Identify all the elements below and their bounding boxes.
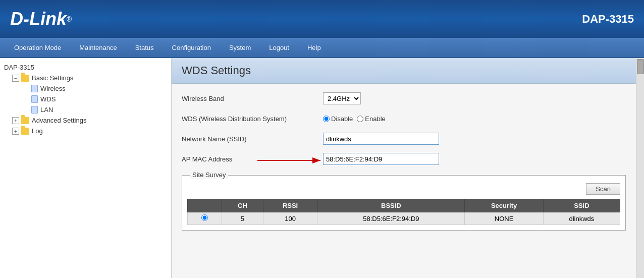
- scan-btn-row: Scan: [187, 183, 620, 195]
- wds-control: Disable Enable: [323, 115, 386, 123]
- wds-disable-text: Disable: [331, 115, 353, 123]
- content-body: Wireless Band 2.4GHz 5GHz WDS (Wireless …: [172, 84, 636, 238]
- ssid-input[interactable]: [323, 133, 439, 145]
- table-body: 5 100 58:D5:6E:F2:94:D9 NONE dlinkwds: [188, 212, 620, 225]
- nav-maintenance[interactable]: Maintenance: [70, 38, 126, 57]
- scan-button[interactable]: Scan: [586, 183, 620, 195]
- sidebar-item-wds[interactable]: WDS: [0, 94, 171, 104]
- mac-input[interactable]: [323, 153, 439, 165]
- scrollbar[interactable]: [636, 58, 644, 278]
- table-cell-ch: 5: [222, 212, 263, 225]
- wireless-band-row: Wireless Band 2.4GHz 5GHz: [182, 91, 626, 105]
- sidebar-item-advanced-settings[interactable]: + Advanced Settings: [0, 115, 171, 126]
- expand-basic-icon[interactable]: −: [12, 75, 19, 82]
- header: D-Link® DAP-3315: [0, 0, 644, 38]
- ssid-row: Network Name (SSID): [182, 132, 626, 146]
- table-select-radio[interactable]: [201, 214, 208, 221]
- wds-enable-text: Enable: [365, 115, 385, 123]
- sidebar-wireless-label: Wireless: [40, 85, 66, 92]
- table-col-security: Security: [465, 199, 543, 212]
- expand-log-icon[interactable]: +: [12, 128, 19, 135]
- nav-logout[interactable]: Logout: [260, 38, 298, 57]
- sidebar-item-lan[interactable]: LAN: [0, 104, 171, 115]
- site-survey-box: Site Survey Scan CH RSSI BSSID: [182, 175, 626, 231]
- site-survey-legend: Site Survey: [190, 171, 228, 179]
- table-head: CH RSSI BSSID Security SSID: [188, 199, 620, 212]
- wds-row: WDS (Wireless Distribution System) Disab…: [182, 112, 626, 126]
- mac-row: AP MAC Address: [182, 152, 626, 166]
- model-name: DAP-3315: [582, 13, 634, 26]
- table-cell-security: NONE: [465, 212, 543, 225]
- nav-system[interactable]: System: [220, 38, 260, 57]
- scrollbar-thumb[interactable]: [637, 59, 644, 74]
- sidebar: DAP-3315 − Basic Settings Wireless WDS L…: [0, 58, 172, 278]
- wds-enable-radio[interactable]: [357, 116, 363, 122]
- page-wds-icon: [31, 95, 38, 103]
- content-area: WDS Settings Wireless Band 2.4GHz 5GHz W…: [172, 58, 636, 278]
- sidebar-device[interactable]: DAP-3315: [0, 62, 171, 73]
- table-col-bssid: BSSID: [317, 199, 465, 212]
- site-survey-inner: Scan CH RSSI BSSID Security SSID: [182, 176, 625, 230]
- main-layout: DAP-3315 − Basic Settings Wireless WDS L…: [0, 58, 644, 278]
- table-cell-rssi: 100: [263, 212, 317, 225]
- mac-control: [323, 153, 439, 165]
- nav-configuration[interactable]: Configuration: [163, 38, 220, 57]
- sidebar-basic-settings-label: Basic Settings: [32, 74, 73, 82]
- folder-basic-icon: [21, 75, 29, 82]
- table-col-rssi: RSSI: [263, 199, 317, 212]
- folder-advanced-icon: [21, 117, 29, 124]
- logo-registered: ®: [67, 15, 72, 23]
- table-row: 5 100 58:D5:6E:F2:94:D9 NONE dlinkwds: [188, 212, 620, 225]
- sidebar-log-label: Log: [32, 127, 43, 135]
- sidebar-device-label: DAP-3315: [4, 64, 34, 71]
- wds-disable-radio[interactable]: [323, 116, 330, 122]
- nav-operation-mode[interactable]: Operation Mode: [5, 38, 70, 57]
- wds-label: WDS (Wireless Distribution System): [182, 115, 323, 123]
- sidebar-lan-label: LAN: [40, 106, 53, 114]
- expand-advanced-icon[interactable]: +: [12, 117, 19, 124]
- wds-enable-label[interactable]: Enable: [357, 115, 385, 123]
- ssid-label: Network Name (SSID): [182, 135, 323, 143]
- logo: D-Link®: [10, 9, 72, 30]
- table-col-select: [188, 199, 222, 212]
- nav-help[interactable]: Help: [298, 38, 330, 57]
- folder-log-icon: [21, 128, 29, 135]
- table-cell-ssid: dlinkwds: [543, 212, 620, 225]
- sidebar-item-basic-settings[interactable]: − Basic Settings: [0, 73, 171, 83]
- wireless-band-control: 2.4GHz 5GHz: [323, 92, 361, 104]
- content-header: WDS Settings: [172, 58, 636, 84]
- page-title: WDS Settings: [182, 64, 626, 77]
- table-cell-radio[interactable]: [188, 212, 222, 225]
- logo-text: D-Link: [10, 9, 67, 30]
- page-wireless-icon: [31, 85, 38, 92]
- wds-disable-label[interactable]: Disable: [323, 115, 353, 123]
- page-lan-icon: [31, 106, 38, 114]
- table-col-ssid: SSID: [543, 199, 620, 212]
- navbar: Operation Mode Maintenance Status Config…: [0, 38, 644, 58]
- sidebar-item-log[interactable]: + Log: [0, 126, 171, 136]
- survey-table: CH RSSI BSSID Security SSID: [187, 199, 620, 225]
- wireless-band-label: Wireless Band: [182, 95, 323, 102]
- ssid-control: [323, 133, 439, 145]
- sidebar-item-wireless[interactable]: Wireless: [0, 83, 171, 94]
- nav-status[interactable]: Status: [126, 38, 163, 57]
- table-col-ch: CH: [222, 199, 263, 212]
- sidebar-advanced-settings-label: Advanced Settings: [32, 117, 86, 124]
- mac-label: AP MAC Address: [182, 155, 323, 163]
- wireless-band-select[interactable]: 2.4GHz 5GHz: [323, 92, 361, 104]
- sidebar-wds-label: WDS: [40, 95, 56, 103]
- table-cell-bssid: 58:D5:6E:F2:94:D9: [317, 212, 465, 225]
